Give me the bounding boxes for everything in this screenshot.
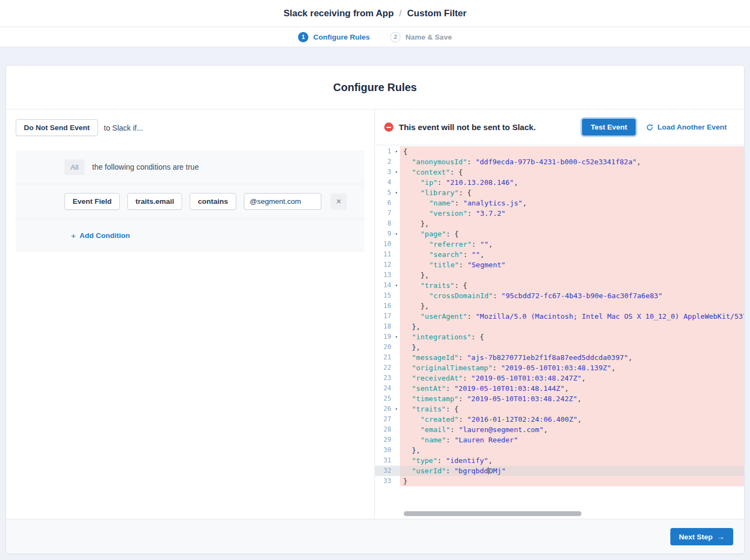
editor-line-17[interactable]: 17"userAgent": "Mozilla/5.0 (Macintosh; … — [375, 311, 744, 321]
line-code: "referrer": "", — [400, 239, 744, 249]
test-event-button[interactable]: Test Event — [582, 119, 636, 136]
rule-action-button[interactable]: Do Not Send Event — [16, 119, 98, 136]
line-code: }, — [400, 445, 744, 455]
preview-header: This event will not be sent to Slack. Te… — [375, 110, 744, 145]
editor-line-30[interactable]: 30}, — [375, 445, 744, 455]
editor-line-23[interactable]: 23"receivedAt": "2019-05-10T01:03:48.247… — [375, 373, 744, 383]
condition-path-button[interactable]: traits.email — [127, 193, 182, 210]
next-step-button[interactable]: Next Step→ — [670, 528, 733, 545]
fold-spacer — [393, 208, 400, 218]
load-another-event-link[interactable]: Load Another Event — [646, 123, 727, 131]
json-editor[interactable]: 1▾{2"anonymousId": "ddf9ecda-977b-4231-b… — [375, 145, 744, 519]
line-gutter: 13 — [375, 270, 400, 280]
editor-line-16[interactable]: 16}, — [375, 301, 744, 311]
fold-spacer — [393, 301, 400, 311]
fold-toggle-icon[interactable]: ▾ — [393, 188, 400, 198]
fold-toggle-icon[interactable]: ▾ — [393, 167, 400, 177]
editor-line-29[interactable]: 29"name": "Lauren Reeder" — [375, 435, 744, 445]
condition-operator-button[interactable]: contains — [190, 193, 236, 210]
line-code: }, — [400, 342, 744, 352]
line-gutter: 24 — [375, 383, 400, 394]
editor-line-25[interactable]: 25"timestamp": "2019-05-10T01:03:48.242Z… — [375, 394, 744, 404]
fold-spacer — [393, 476, 400, 486]
line-code: "receivedAt": "2019-05-10T01:03:48.247Z"… — [400, 373, 744, 383]
editor-line-6[interactable]: 6"name": "analytics.js", — [375, 198, 744, 208]
editor-line-31[interactable]: 31"type": "identify", — [375, 455, 744, 466]
editor-line-5[interactable]: 5▾"library": { — [375, 188, 744, 198]
editor-line-12[interactable]: 12"title": "Segment" — [375, 260, 744, 270]
editor-line-7[interactable]: 7"version": "3.7.2" — [375, 208, 744, 218]
fold-toggle-icon[interactable]: ▾ — [393, 280, 400, 291]
fold-toggle-icon[interactable]: ▾ — [393, 332, 400, 342]
editor-line-20[interactable]: 20}, — [375, 342, 744, 352]
line-gutter: 14▾ — [375, 280, 400, 291]
editor-line-22[interactable]: 22"originalTimestamp": "2019-05-10T01:03… — [375, 363, 744, 373]
editor-line-11[interactable]: 11"search": "", — [375, 249, 744, 260]
line-gutter: 8 — [375, 218, 400, 229]
breadcrumb-destination[interactable]: Slack receiving from App — [283, 8, 393, 19]
event-preview-panel: This event will not be sent to Slack. Te… — [375, 110, 744, 519]
line-code: "context": { — [400, 167, 744, 177]
fold-spacer — [393, 342, 400, 352]
fold-spacer — [393, 218, 400, 229]
arrow-right-icon: → — [717, 532, 725, 541]
editor-line-15[interactable]: 15"crossDomainId": "95cbdd72-fc67-4b43-b… — [375, 291, 744, 301]
editor-line-32[interactable]: 32"userId": "bgrqbddDMj" — [375, 466, 744, 476]
editor-line-3[interactable]: 3▾"context": { — [375, 167, 744, 177]
editor-line-8[interactable]: 8}, — [375, 218, 744, 229]
configure-rules-card: Configure Rules Do Not Send Event to Sla… — [5, 65, 745, 554]
editor-line-24[interactable]: 24"sentAt": "2019-05-10T01:03:48.144Z", — [375, 383, 744, 394]
line-gutter: 21 — [375, 352, 400, 363]
next-step-label: Next Step — [679, 533, 713, 541]
editor-line-9[interactable]: 9▾"page": { — [375, 229, 744, 239]
plus-icon: + — [71, 231, 76, 240]
editor-line-14[interactable]: 14▾"traits": { — [375, 280, 744, 291]
line-gutter: 32 — [375, 466, 400, 476]
line-gutter: 1▾ — [375, 146, 400, 157]
line-gutter: 25 — [375, 394, 400, 404]
editor-line-4[interactable]: 4"ip": "210.13.208.146", — [375, 177, 744, 188]
fold-spacer — [393, 321, 400, 332]
card-footer: Next Step→ — [6, 519, 744, 553]
line-gutter: 28 — [375, 424, 400, 435]
line-gutter: 6 — [375, 198, 400, 208]
editor-line-1[interactable]: 1▾{ — [375, 146, 744, 157]
editor-line-19[interactable]: 19▾"integrations": { — [375, 332, 744, 342]
editor-line-26[interactable]: 26▾"traits": { — [375, 404, 744, 414]
line-gutter: 3▾ — [375, 167, 400, 177]
fold-toggle-icon[interactable]: ▾ — [393, 146, 400, 157]
line-gutter: 27 — [375, 414, 400, 424]
fold-toggle-icon[interactable]: ▾ — [393, 229, 400, 239]
add-condition-button[interactable]: + Add Condition — [71, 231, 130, 240]
condition-field-button[interactable]: Event Field — [64, 193, 120, 210]
rule-builder-panel: Do Not Send Event to Slack if... All the… — [6, 110, 375, 519]
line-gutter: 19▾ — [375, 332, 400, 342]
horizontal-scrollbar-thumb[interactable] — [404, 511, 581, 516]
editor-line-10[interactable]: 10"referrer": "", — [375, 239, 744, 249]
fold-spacer — [393, 198, 400, 208]
fold-toggle-icon[interactable]: ▾ — [393, 404, 400, 414]
line-code: }, — [400, 218, 744, 229]
editor-line-18[interactable]: 18}, — [375, 321, 744, 332]
fold-spacer — [393, 383, 400, 394]
editor-line-13[interactable]: 13}, — [375, 270, 744, 280]
rule-suffix-text: to Slack if... — [104, 124, 143, 132]
line-gutter: 10 — [375, 239, 400, 249]
step-configure-rules[interactable]: 1 Configure Rules — [298, 32, 370, 42]
match-mode-badge[interactable]: All — [64, 159, 85, 175]
editor-line-27[interactable]: 27"created": "2016-01-12T02:24:06.400Z", — [375, 414, 744, 424]
editor-line-2[interactable]: 2"anonymousId": "ddf9ecda-977b-4231-b000… — [375, 157, 744, 167]
line-gutter: 23 — [375, 373, 400, 383]
editor-line-28[interactable]: 28"email": "lauren@segment.com", — [375, 424, 744, 435]
fold-spacer — [393, 435, 400, 445]
step-name-save[interactable]: 2 Name & Save — [390, 32, 452, 42]
editor-line-21[interactable]: 21"messageId": "ajs-7b8270771eb2f1f8a87e… — [375, 352, 744, 363]
condition-value-input[interactable] — [244, 193, 321, 210]
line-gutter: 20 — [375, 342, 400, 352]
line-gutter: 17 — [375, 311, 400, 321]
line-gutter: 16 — [375, 301, 400, 311]
editor-line-33[interactable]: 33} — [375, 476, 744, 486]
match-mode-text: the following conditions are true — [92, 163, 199, 171]
step-1-circle: 1 — [298, 32, 308, 42]
remove-condition-button[interactable]: × — [331, 194, 347, 210]
